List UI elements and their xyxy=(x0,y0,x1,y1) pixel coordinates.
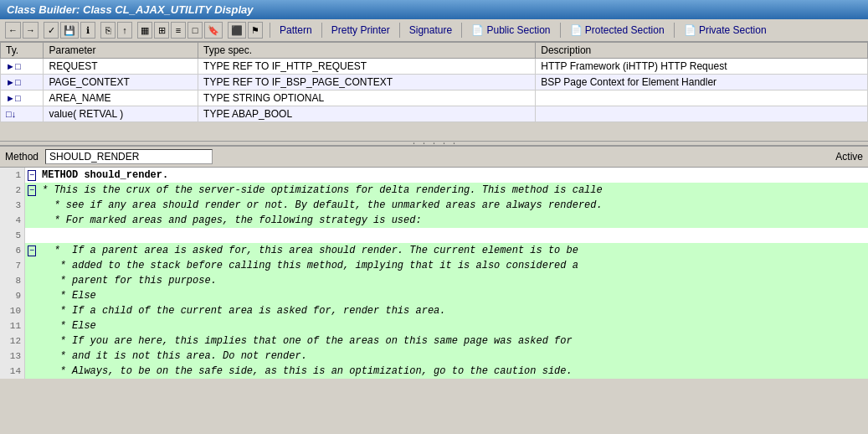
btn-export[interactable]: ⊞ xyxy=(154,22,169,39)
cell-typespec: TYPE STRING OPTIONAL xyxy=(198,90,536,106)
tool-buttons-4: ⬛ ⚑ xyxy=(228,22,263,39)
line-number: 2 xyxy=(0,183,25,198)
line-text: * For marked areas and pages, the follow… xyxy=(39,213,868,228)
line-text: * If you are here, this implies that one… xyxy=(39,333,868,349)
line-marker xyxy=(25,288,39,303)
col-header-desc: Description xyxy=(536,43,868,59)
line-number: 3 xyxy=(0,198,25,213)
line-marker[interactable]: − xyxy=(25,183,39,198)
table-row[interactable]: □↓ value( RETVAL ) TYPE ABAP_BOOL xyxy=(1,106,868,122)
cell-desc: BSP Page Context for Element Handler xyxy=(536,75,868,90)
separator-6 xyxy=(674,23,675,38)
line-text: * parent for this purpose. xyxy=(39,273,868,288)
cell-param: AREA_NAME xyxy=(44,90,198,106)
line-number: 4 xyxy=(0,213,25,228)
code-line: 5 xyxy=(0,228,868,243)
code-line: 3 * see if any area should render or not… xyxy=(0,198,868,213)
private-section-button[interactable]: 📄 Private Section xyxy=(681,23,769,37)
code-line: 9 * Else xyxy=(0,288,868,303)
page-icon-2: 📄 xyxy=(570,24,583,36)
code-line: 13 * and it is not this area. Do not ren… xyxy=(0,349,868,364)
btn-up[interactable]: ↑ xyxy=(117,22,132,39)
separator-5 xyxy=(560,23,561,38)
btn-list[interactable]: ≡ xyxy=(171,22,186,39)
btn-info[interactable]: ℹ xyxy=(80,22,95,39)
btn-check[interactable]: ✓ xyxy=(44,22,59,39)
btn-bookmark[interactable]: 🔖 xyxy=(204,22,223,39)
col-header-param: Parameter xyxy=(44,43,198,59)
btn-layout[interactable]: ▦ xyxy=(137,22,152,39)
public-section-button[interactable]: 📄 Public Section xyxy=(469,23,552,37)
line-marker[interactable]: − xyxy=(25,243,39,258)
pattern-button[interactable]: Pattern xyxy=(277,23,315,37)
line-text: * and it is not this area. Do not render… xyxy=(39,349,868,364)
separator-4 xyxy=(461,23,462,38)
code-editor[interactable]: 1−METHOD should_render.2−* This is the c… xyxy=(0,168,868,379)
line-number: 9 xyxy=(0,288,25,303)
line-marker xyxy=(25,318,39,333)
line-number: 7 xyxy=(0,258,25,273)
cell-typespec: TYPE REF TO IF_HTTP_REQUEST xyxy=(198,59,536,75)
line-marker xyxy=(25,333,39,349)
btn-square[interactable]: □ xyxy=(187,22,203,39)
cell-type: ►□ xyxy=(1,75,44,90)
table-row[interactable]: ►□ REQUEST TYPE REF TO IF_HTTP_REQUEST H… xyxy=(1,59,868,75)
method-label: Method xyxy=(5,151,39,163)
code-line: 4 * For marked areas and pages, the foll… xyxy=(0,213,868,228)
code-line: 10 * If a child of the current area is a… xyxy=(0,303,868,318)
line-text: * If a child of the current area is aske… xyxy=(39,303,868,318)
cell-param: REQUEST xyxy=(44,59,198,75)
btn-flag[interactable]: ⚑ xyxy=(248,22,263,39)
back-button[interactable]: ← xyxy=(5,22,21,39)
line-marker xyxy=(25,303,39,318)
line-text: * added to the stack before calling this… xyxy=(39,258,868,273)
line-marker[interactable]: − xyxy=(25,168,39,183)
code-line: 8 * parent for this purpose. xyxy=(0,273,868,288)
line-text: * Else xyxy=(39,318,868,333)
parameter-table-section: Ty. Parameter Type spec. Description ►□ … xyxy=(0,42,868,141)
protected-section-button[interactable]: 📄 Protected Section xyxy=(568,23,667,37)
code-line: 1−METHOD should_render. xyxy=(0,168,868,183)
parameter-table: Ty. Parameter Type spec. Description ►□ … xyxy=(0,42,868,122)
line-number: 5 xyxy=(0,228,25,243)
line-marker xyxy=(25,228,39,243)
title-bar: Class Builder: Class CL_AJAX_UTILITY Dis… xyxy=(0,0,868,19)
cell-type: ►□ xyxy=(1,90,44,106)
page-icon: 📄 xyxy=(471,24,484,36)
method-name-field[interactable]: SHOULD_RENDER xyxy=(45,149,213,164)
cell-desc xyxy=(536,106,868,122)
forward-button[interactable]: → xyxy=(23,22,39,39)
col-header-type: Ty. xyxy=(1,43,44,59)
separator-3 xyxy=(399,23,400,38)
signature-button[interactable]: Signature xyxy=(407,23,455,37)
method-bar: Method SHOULD_RENDER Active xyxy=(0,146,868,168)
line-number: 12 xyxy=(0,333,25,349)
tool-buttons-1: ✓ 💾 ℹ xyxy=(44,22,95,39)
cell-desc: HTTP Framework (iHTTP) HTTP Request xyxy=(536,59,868,75)
btn-save[interactable]: 💾 xyxy=(60,22,79,39)
separator-2 xyxy=(321,23,322,38)
table-row[interactable]: ►□ AREA_NAME TYPE STRING OPTIONAL xyxy=(1,90,868,106)
code-line: 2−* This is the crux of the server-side … xyxy=(0,183,868,198)
line-text: * Else xyxy=(39,288,868,303)
line-marker xyxy=(25,364,39,379)
page-icon-3: 📄 xyxy=(684,24,696,36)
line-number: 10 xyxy=(0,303,25,318)
tool-buttons-3: ▦ ⊞ ≡ □ 🔖 xyxy=(137,22,223,39)
separator-1 xyxy=(270,23,270,38)
nav-buttons: ← → xyxy=(5,22,39,39)
line-number: 8 xyxy=(0,273,25,288)
line-text: * If a parent area is asked for, this ar… xyxy=(39,243,868,258)
btn-green[interactable]: ⬛ xyxy=(228,22,246,39)
code-line: 11 * Else xyxy=(0,318,868,333)
cell-param: value( RETVAL ) xyxy=(44,106,198,122)
cell-type: ►□ xyxy=(1,59,44,75)
btn-copy[interactable]: ⎘ xyxy=(100,22,116,39)
pretty-printer-button[interactable]: Pretty Printer xyxy=(329,23,393,37)
line-marker xyxy=(25,258,39,273)
method-status: Active xyxy=(835,151,863,163)
cell-typespec: TYPE REF TO IF_BSP_PAGE_CONTEXT xyxy=(198,75,536,90)
line-text: * Always, to be on the safe side, as thi… xyxy=(39,364,868,379)
cell-desc xyxy=(536,90,868,106)
table-row[interactable]: ►□ PAGE_CONTEXT TYPE REF TO IF_BSP_PAGE_… xyxy=(1,75,868,90)
